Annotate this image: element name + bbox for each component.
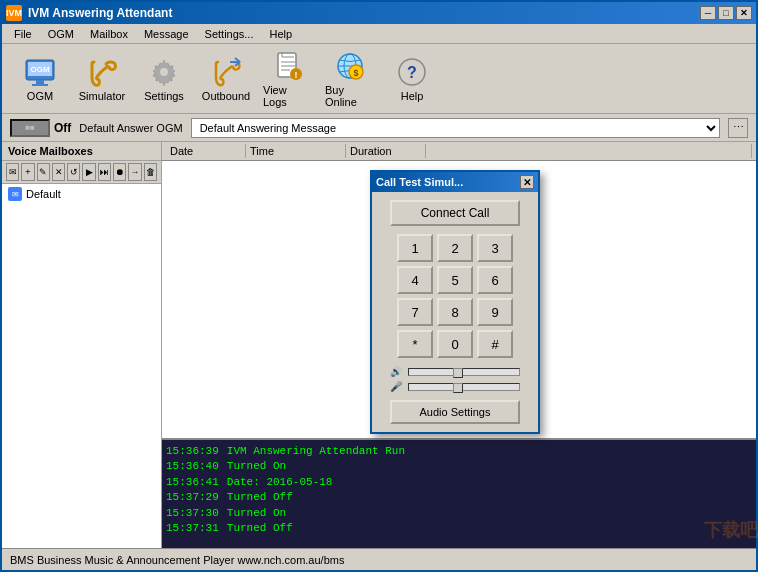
audio-settings-button[interactable]: Audio Settings xyxy=(390,400,520,424)
numpad-key-2[interactable]: 2 xyxy=(437,234,473,262)
menu-ogm[interactable]: OGM xyxy=(40,26,82,42)
mailbox-delete-btn[interactable]: ✕ xyxy=(52,163,65,181)
numpad-key-5[interactable]: 5 xyxy=(437,266,473,294)
log-entry: 15:37:30Turned On xyxy=(166,506,752,521)
answer-ogm-select[interactable]: Default Answering Message xyxy=(191,118,720,138)
view-logs-button[interactable]: ! View Logs xyxy=(258,50,318,108)
volume-slider-row: 🔊 xyxy=(390,366,520,377)
log-message: Turned Off xyxy=(227,490,293,505)
mailbox-record-btn[interactable]: ⏺ xyxy=(113,163,126,181)
simulator-button[interactable]: Simulator xyxy=(72,50,132,108)
log-time: 15:37:29 xyxy=(166,490,219,505)
call-test-simulator-dialog[interactable]: Call Test Simul... ✕ Connect Call 123456… xyxy=(370,170,540,434)
voice-mailboxes-title: Voice Mailboxes xyxy=(8,145,93,157)
numpad-key-7[interactable]: 7 xyxy=(397,298,433,326)
col-extra xyxy=(426,144,752,158)
mic-slider[interactable] xyxy=(408,383,520,391)
settings-button[interactable]: Settings xyxy=(134,50,194,108)
numpad-key-4[interactable]: 4 xyxy=(397,266,433,294)
connect-call-button[interactable]: Connect Call xyxy=(390,200,520,226)
numpad-key-*[interactable]: * xyxy=(397,330,433,358)
close-button[interactable]: ✕ xyxy=(736,6,752,20)
view-logs-label: View Logs xyxy=(263,84,313,108)
messages-table-header: Date Time Duration xyxy=(162,142,756,161)
svg-text:!: ! xyxy=(295,70,298,80)
col-duration: Duration xyxy=(346,144,426,158)
voice-mailboxes-panel: Voice Mailboxes ✉ + ✎ ✕ ↺ ▶ ⏭ ⏺ → 🗑 ✉ De… xyxy=(2,142,162,548)
voice-mailboxes-header: Voice Mailboxes xyxy=(2,142,161,161)
dialog-title: Call Test Simul... xyxy=(376,176,520,188)
log-entry: 15:37:29Turned Off xyxy=(166,490,752,505)
col-time: Time xyxy=(246,144,346,158)
help-button[interactable]: ? Help xyxy=(382,50,442,108)
dialog-close-button[interactable]: ✕ xyxy=(520,175,534,189)
log-entry: 15:37:31Turned Off xyxy=(166,521,752,536)
buy-online-button[interactable]: $ Buy Online xyxy=(320,50,380,108)
minimize-button[interactable]: ─ xyxy=(700,6,716,20)
log-entry: 15:36:39IVM Answering Attendant Run xyxy=(166,444,752,459)
answer-settings-btn[interactable]: ⋯ xyxy=(728,118,748,138)
mailbox-default-item[interactable]: ✉ Default xyxy=(2,184,161,204)
window-title: IVM Answering Attendant xyxy=(28,6,700,20)
mailbox-delete2-btn[interactable]: 🗑 xyxy=(144,163,157,181)
numpad-key-1[interactable]: 1 xyxy=(397,234,433,262)
numpad-key-9[interactable]: 9 xyxy=(477,298,513,326)
dialog-title-bar: Call Test Simul... ✕ xyxy=(372,172,538,192)
mailbox-toolbar: ✉ + ✎ ✕ ↺ ▶ ⏭ ⏺ → 🗑 xyxy=(2,161,161,184)
numpad-key-8[interactable]: 8 xyxy=(437,298,473,326)
buy-online-label: Buy Online xyxy=(325,84,375,108)
menu-message[interactable]: Message xyxy=(136,26,197,42)
log-message: Turned On xyxy=(227,459,286,474)
mailbox-edit-btn[interactable]: ✎ xyxy=(37,163,50,181)
menu-file[interactable]: File xyxy=(6,26,40,42)
settings-label: Settings xyxy=(144,90,184,102)
outbound-label: Outbound xyxy=(202,90,250,102)
numpad-key-0[interactable]: 0 xyxy=(437,330,473,358)
numpad-key-3[interactable]: 3 xyxy=(477,234,513,262)
log-entry: 15:36:41Date: 2016-05-18 xyxy=(166,475,752,490)
log-time: 15:37:30 xyxy=(166,506,219,521)
col-date: Date xyxy=(166,144,246,158)
mailbox-default-icon: ✉ xyxy=(8,187,22,201)
svg-text:$: $ xyxy=(353,68,358,78)
on-off-status: Off xyxy=(54,121,71,135)
mailbox-play-btn[interactable]: ▶ xyxy=(82,163,95,181)
svg-rect-3 xyxy=(32,84,48,86)
outbound-button[interactable]: Outbound xyxy=(196,50,256,108)
menu-mailbox[interactable]: Mailbox xyxy=(82,26,136,42)
toolbar: OGM OGM Simulator Settings xyxy=(2,44,756,114)
svg-point-6 xyxy=(160,68,168,76)
numpad-key-#[interactable]: # xyxy=(477,330,513,358)
volume-slider[interactable] xyxy=(408,368,520,376)
settings-dots-icon: ⋯ xyxy=(733,121,744,134)
slider-area: 🔊 🎤 xyxy=(390,366,520,392)
menu-settings[interactable]: Settings... xyxy=(197,26,262,42)
dialog-body: Connect Call 123456789*0# 🔊 🎤 Audio Sett… xyxy=(372,192,538,432)
window-controls: ─ □ ✕ xyxy=(700,6,752,20)
mic-thumb[interactable] xyxy=(453,383,463,393)
mailbox-next-btn[interactable]: ⏭ xyxy=(98,163,111,181)
numpad: 123456789*0# xyxy=(397,234,513,358)
volume-thumb[interactable] xyxy=(453,368,463,378)
ogm-button[interactable]: OGM OGM xyxy=(10,50,70,108)
svg-text:OGM: OGM xyxy=(30,65,49,74)
toggle-indicator[interactable]: ■■ xyxy=(10,119,50,137)
log-message: IVM Answering Attendant Run xyxy=(227,444,405,459)
mic-slider-row: 🎤 xyxy=(390,381,520,392)
volume-up-icon: 🔊 xyxy=(390,366,404,377)
mailbox-add-btn[interactable]: + xyxy=(21,163,34,181)
mailbox-refresh-btn[interactable]: ↺ xyxy=(67,163,80,181)
log-time: 15:36:40 xyxy=(166,459,219,474)
status-toggle: ■■ Off xyxy=(10,119,71,137)
mailbox-envelope-icon: ✉ xyxy=(6,163,19,181)
mailbox-move-btn[interactable]: → xyxy=(128,163,141,181)
svg-rect-2 xyxy=(36,80,44,84)
log-time: 15:36:39 xyxy=(166,444,219,459)
ogm-label: OGM xyxy=(27,90,53,102)
log-area: 15:36:39IVM Answering Attendant Run15:36… xyxy=(162,438,756,548)
numpad-key-6[interactable]: 6 xyxy=(477,266,513,294)
mailbox-default-label: Default xyxy=(26,188,61,200)
log-time: 15:37:31 xyxy=(166,521,219,536)
maximize-button[interactable]: □ xyxy=(718,6,734,20)
menu-help[interactable]: Help xyxy=(261,26,300,42)
